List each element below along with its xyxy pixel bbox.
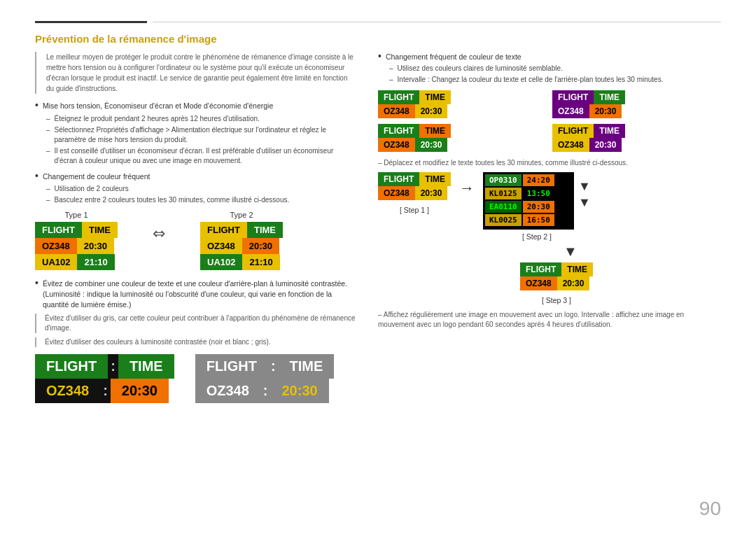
bottom-displays: FLIGHT : TIME OZ348 : 20:30 FLIGHT : [35, 354, 357, 403]
type1-display: FLIGHT TIME OZ348 20:30 UA102 21:10 [35, 222, 118, 270]
sub-bullet-2-1: – Utilisation de 2 couleurs [35, 184, 357, 194]
bottom-gray-colon2: : [260, 379, 271, 403]
step2-with-arrows: OP0310 24:20 KL0125 13:50 EA0110 20:30 [483, 172, 591, 230]
step1-label: [ Step 1 ] [400, 206, 429, 214]
gd3-r2c1: OZ348 [378, 138, 415, 152]
gd2-r2c1: OZ348 [552, 104, 589, 118]
type2-row3: UA102 21:10 [200, 254, 283, 270]
type2-ua102: UA102 [200, 254, 242, 270]
step1-oz: OZ348 [378, 186, 415, 200]
sub-bullet-1-3: – Il est conseillé d'utiliser un économi… [35, 146, 357, 166]
type1-row1: FLIGHT TIME [35, 222, 118, 238]
step1-time: TIME [419, 172, 451, 186]
bottom-dark-oz: OZ348 [35, 379, 100, 403]
page-number: 90 [699, 498, 721, 520]
scroll-1350: 13:50 [523, 188, 554, 199]
type1-flight: FLIGHT [35, 222, 82, 238]
bottom-dark-flight: FLIGHT [35, 354, 108, 379]
gd1-r2c1: OZ348 [378, 104, 415, 118]
note1: Évitez d'utiliser du gris, car cette cou… [35, 314, 357, 333]
steps-row: FLIGHT TIME OZ348 20:30 [ Step 1 ] → [378, 172, 721, 241]
bottom-gray-colon1: : [268, 354, 279, 379]
type1-ua102: UA102 [35, 254, 77, 270]
type1-time-label: TIME [82, 222, 118, 238]
type2-oz348: OZ348 [200, 238, 242, 254]
final-note: – Affichez régulièrement une image en mo… [378, 310, 721, 330]
intro-text: Le meilleur moyen de protéger le produit… [35, 52, 357, 94]
scroll-2420: 24:20 [523, 174, 554, 186]
right-bullet-1: • Changement fréquent de couleur de text… [378, 52, 721, 62]
bullet-dot-2: • [35, 171, 38, 181]
bullet-section-1: • Mise hors tension, Économiseur d'écran… [35, 101, 357, 166]
left-column: Le meilleur moyen de protéger le produit… [35, 52, 357, 403]
bullet-dot: • [35, 100, 38, 110]
bottom-gray-flight: FLIGHT [195, 354, 268, 379]
right-column: • Changement fréquent de couleur de text… [378, 52, 721, 403]
sub-bullet-1-2: – Sélectionnez Propriétés d'affichage > … [35, 125, 357, 145]
types-row: Type 1 FLIGHT TIME OZ348 20:30 UA102 21: [35, 211, 357, 270]
type2-row1: FLIGHT TIME [200, 222, 283, 238]
step2-area: OP0310 24:20 KL0125 13:50 EA0110 20:30 [483, 172, 591, 241]
type1-label: Type 1 [64, 211, 88, 219]
step-arrow-right: → [459, 172, 475, 197]
double-down-arrows: ▼ ▼ [578, 172, 591, 210]
step3-flight: FLIGHT [520, 262, 561, 276]
bottom-dark-colon2: : [100, 379, 111, 403]
type2-2110: 21:10 [242, 254, 279, 270]
gd4-r1c1: FLIGHT [552, 124, 594, 138]
note2: Évitez d'utiliser des couleurs à luminos… [35, 337, 357, 347]
right-sub-1: – Utilisez des couleurs claires de lumin… [378, 64, 721, 73]
bullet-text-2: Changement de couleur fréquent [43, 171, 357, 182]
type2-row2: OZ348 20:30 [200, 238, 283, 254]
bottom-gray-oz: OZ348 [195, 379, 260, 403]
right-sub-2: – Intervalle : Changez la couleur du tex… [378, 75, 721, 85]
step3-display: FLIGHT TIME OZ348 20:30 [520, 262, 593, 290]
step1-display: FLIGHT TIME OZ348 20:30 [378, 172, 451, 200]
gd2-r1c2: TIME [594, 90, 625, 104]
step3-time: TIME [561, 262, 593, 276]
bottom-gray-row1: FLIGHT : TIME [195, 354, 335, 379]
sub-bullet-1-1: – Éteignez le produit pendant 2 heures a… [35, 114, 357, 124]
bottom-dark-time: TIME [118, 354, 174, 379]
type2-label: Type 2 [230, 211, 253, 219]
grid-display-3: FLIGHT TIME OZ348 20:30 [378, 124, 547, 152]
step2-to-step3-arrow: ▼ [420, 244, 721, 260]
gd4-r2c1: OZ348 [552, 138, 589, 152]
step2-label: [ Step 2 ] [522, 232, 552, 241]
type1-oz348: OZ348 [35, 238, 77, 254]
gd4-r1c2: TIME [594, 124, 625, 138]
gd4-r2c2: 20:30 [589, 138, 622, 152]
grid-displays: FLIGHT TIME OZ348 20:30 FLIGHT TIME [378, 90, 721, 152]
type1-2030: 20:30 [77, 238, 114, 254]
step3-oz: OZ348 [520, 276, 557, 290]
type2-block: Type 2 FLIGHT TIME OZ348 20:30 UA102 21: [200, 211, 283, 270]
scroll-op0310: OP0310 [485, 174, 522, 186]
bottom-gray-display: FLIGHT : TIME OZ348 : 20:30 [195, 354, 335, 403]
bullet-text-1: Mise hors tension, Économiseur d'écran e… [43, 101, 357, 111]
avoid-text: • Évitez de combiner une couleur de text… [35, 279, 357, 309]
gd2-r1c1: FLIGHT [552, 90, 594, 104]
section-title: Prévention de la rémanence d'image [35, 33, 721, 45]
scroll-row-4: KL0025 16:50 [485, 214, 572, 226]
bottom-gray-time-val: 20:30 [271, 379, 329, 403]
bottom-dark-row2: OZ348 : 20:30 [35, 379, 174, 403]
bottom-dark-row1: FLIGHT : TIME [35, 354, 174, 379]
step3-val: 20:30 [557, 276, 590, 290]
step1-block: FLIGHT TIME OZ348 20:30 [ Step 1 ] [378, 172, 451, 214]
type2-flight: FLIGHT [200, 222, 247, 238]
type1-row3: UA102 21:10 [35, 254, 118, 270]
bullet-section-2: • Changement de couleur fréquent – Utili… [35, 171, 357, 206]
exchange-arrow: ⇔ [153, 211, 165, 243]
step2-scroll: OP0310 24:20 KL0125 13:50 EA0110 20:30 [483, 172, 574, 230]
bottom-gray-time: TIME [279, 354, 335, 379]
type1-block: Type 1 FLIGHT TIME OZ348 20:30 UA102 21: [35, 211, 118, 270]
steps-note: – Déplacez et modifiez le texte toutes l… [378, 159, 721, 167]
bottom-gray-row2: OZ348 : 20:30 [195, 379, 335, 403]
scroll-2030: 20:30 [523, 201, 554, 213]
bottom-dark-time-val: 20:30 [111, 379, 169, 403]
grid-display-2: FLIGHT TIME OZ348 20:30 [552, 90, 721, 118]
type1-2110: 21:10 [77, 254, 114, 270]
scroll-row-1: OP0310 24:20 [485, 174, 572, 186]
gd3-r2c2: 20:30 [415, 138, 448, 152]
type2-display: FLIGHT TIME OZ348 20:30 UA102 21:10 [200, 222, 283, 270]
